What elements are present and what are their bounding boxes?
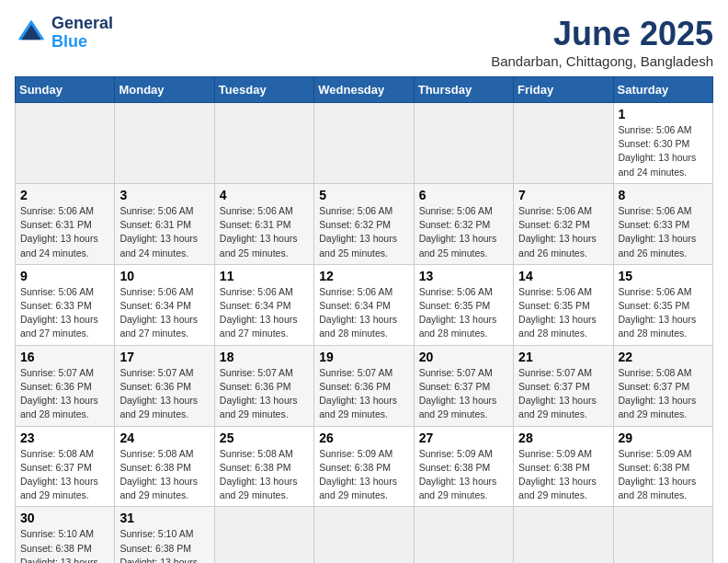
day-number: 2 bbox=[20, 188, 109, 202]
day-number: 26 bbox=[319, 431, 408, 445]
calendar-subtitle: Bandarban, Chittagong, Bangladesh bbox=[491, 53, 713, 69]
logo: General Blue bbox=[15, 15, 113, 52]
day-info: Sunrise: 5:06 AM Sunset: 6:34 PM Dayligh… bbox=[119, 285, 209, 341]
day-number: 15 bbox=[619, 269, 708, 283]
day-info: Sunrise: 5:10 AM Sunset: 6:38 PM Dayligh… bbox=[20, 527, 109, 563]
header-monday: Monday bbox=[115, 77, 214, 103]
day-number: 10 bbox=[119, 269, 209, 283]
day-info: Sunrise: 5:06 AM Sunset: 6:33 PM Dayligh… bbox=[20, 285, 109, 341]
day-number: 30 bbox=[20, 511, 109, 525]
logo-text-line1: General bbox=[51, 15, 113, 33]
day-number: 20 bbox=[419, 350, 508, 364]
table-row bbox=[214, 507, 313, 563]
table-row: 22Sunrise: 5:08 AM Sunset: 6:37 PM Dayli… bbox=[613, 345, 712, 426]
day-info: Sunrise: 5:06 AM Sunset: 6:34 PM Dayligh… bbox=[319, 285, 408, 341]
table-row bbox=[514, 507, 613, 563]
day-number: 31 bbox=[119, 511, 209, 525]
day-info: Sunrise: 5:09 AM Sunset: 6:38 PM Dayligh… bbox=[619, 447, 708, 503]
day-info: Sunrise: 5:09 AM Sunset: 6:38 PM Dayligh… bbox=[419, 447, 508, 503]
day-number: 21 bbox=[518, 350, 608, 364]
day-info: Sunrise: 5:06 AM Sunset: 6:32 PM Dayligh… bbox=[419, 204, 508, 260]
day-info: Sunrise: 5:06 AM Sunset: 6:35 PM Dayligh… bbox=[619, 285, 708, 341]
table-row: 11Sunrise: 5:06 AM Sunset: 6:34 PM Dayli… bbox=[214, 264, 313, 345]
day-number: 8 bbox=[619, 188, 708, 202]
table-row: 21Sunrise: 5:07 AM Sunset: 6:37 PM Dayli… bbox=[514, 345, 613, 426]
day-number: 3 bbox=[119, 188, 209, 202]
day-number: 24 bbox=[119, 431, 209, 445]
table-row bbox=[314, 103, 414, 184]
table-row: 8Sunrise: 5:06 AM Sunset: 6:33 PM Daylig… bbox=[613, 183, 712, 264]
table-row bbox=[314, 507, 414, 563]
day-number: 5 bbox=[319, 188, 408, 202]
day-info: Sunrise: 5:08 AM Sunset: 6:37 PM Dayligh… bbox=[619, 366, 708, 422]
title-area: June 2025 Bandarban, Chittagong, Banglad… bbox=[491, 15, 713, 69]
day-info: Sunrise: 5:06 AM Sunset: 6:31 PM Dayligh… bbox=[20, 204, 109, 260]
table-row: 7Sunrise: 5:06 AM Sunset: 6:32 PM Daylig… bbox=[514, 183, 613, 264]
days-header-row: Sunday Monday Tuesday Wednesday Thursday… bbox=[16, 77, 713, 103]
table-row: 6Sunrise: 5:06 AM Sunset: 6:32 PM Daylig… bbox=[414, 183, 513, 264]
day-number: 17 bbox=[119, 350, 209, 364]
table-row: 19Sunrise: 5:07 AM Sunset: 6:36 PM Dayli… bbox=[314, 345, 414, 426]
table-row: 1Sunrise: 5:06 AM Sunset: 6:30 PM Daylig… bbox=[613, 103, 712, 184]
day-info: Sunrise: 5:06 AM Sunset: 6:31 PM Dayligh… bbox=[220, 204, 309, 260]
day-info: Sunrise: 5:09 AM Sunset: 6:38 PM Dayligh… bbox=[319, 447, 408, 503]
calendar-week-row: 23Sunrise: 5:08 AM Sunset: 6:37 PM Dayli… bbox=[16, 426, 713, 507]
table-row: 16Sunrise: 5:07 AM Sunset: 6:36 PM Dayli… bbox=[16, 345, 115, 426]
calendar-week-row: 2Sunrise: 5:06 AM Sunset: 6:31 PM Daylig… bbox=[16, 183, 713, 264]
table-row: 24Sunrise: 5:08 AM Sunset: 6:38 PM Dayli… bbox=[115, 426, 214, 507]
table-row: 5Sunrise: 5:06 AM Sunset: 6:32 PM Daylig… bbox=[314, 183, 414, 264]
calendar-week-row: 16Sunrise: 5:07 AM Sunset: 6:36 PM Dayli… bbox=[16, 345, 713, 426]
calendar-title: June 2025 bbox=[491, 15, 713, 53]
day-number: 7 bbox=[518, 188, 608, 202]
day-info: Sunrise: 5:10 AM Sunset: 6:38 PM Dayligh… bbox=[119, 527, 209, 563]
table-row bbox=[414, 103, 513, 184]
day-info: Sunrise: 5:06 AM Sunset: 6:30 PM Dayligh… bbox=[619, 123, 708, 179]
header-wednesday: Wednesday bbox=[314, 77, 414, 103]
day-info: Sunrise: 5:06 AM Sunset: 6:35 PM Dayligh… bbox=[518, 285, 608, 341]
day-info: Sunrise: 5:06 AM Sunset: 6:34 PM Dayligh… bbox=[220, 285, 309, 341]
table-row: 17Sunrise: 5:07 AM Sunset: 6:36 PM Dayli… bbox=[115, 345, 214, 426]
day-number: 9 bbox=[20, 269, 109, 283]
day-number: 18 bbox=[220, 350, 309, 364]
table-row: 27Sunrise: 5:09 AM Sunset: 6:38 PM Dayli… bbox=[414, 426, 513, 507]
logo-icon bbox=[15, 17, 48, 50]
day-info: Sunrise: 5:06 AM Sunset: 6:32 PM Dayligh… bbox=[518, 204, 608, 260]
table-row: 4Sunrise: 5:06 AM Sunset: 6:31 PM Daylig… bbox=[214, 183, 313, 264]
calendar-week-row: 1Sunrise: 5:06 AM Sunset: 6:30 PM Daylig… bbox=[16, 103, 713, 184]
day-number: 27 bbox=[419, 431, 508, 445]
header-friday: Friday bbox=[514, 77, 613, 103]
header-tuesday: Tuesday bbox=[214, 77, 313, 103]
table-row bbox=[414, 507, 513, 563]
table-row: 30Sunrise: 5:10 AM Sunset: 6:38 PM Dayli… bbox=[16, 507, 115, 563]
table-row: 13Sunrise: 5:06 AM Sunset: 6:35 PM Dayli… bbox=[414, 264, 513, 345]
table-row: 20Sunrise: 5:07 AM Sunset: 6:37 PM Dayli… bbox=[414, 345, 513, 426]
day-number: 23 bbox=[20, 431, 109, 445]
table-row: 26Sunrise: 5:09 AM Sunset: 6:38 PM Dayli… bbox=[314, 426, 414, 507]
day-info: Sunrise: 5:07 AM Sunset: 6:37 PM Dayligh… bbox=[518, 366, 608, 422]
day-info: Sunrise: 5:06 AM Sunset: 6:31 PM Dayligh… bbox=[119, 204, 209, 260]
day-number: 22 bbox=[619, 350, 708, 364]
table-row bbox=[514, 103, 613, 184]
table-row bbox=[16, 103, 115, 184]
day-number: 6 bbox=[419, 188, 508, 202]
header-sunday: Sunday bbox=[16, 77, 115, 103]
calendar-table: Sunday Monday Tuesday Wednesday Thursday… bbox=[15, 76, 713, 563]
day-info: Sunrise: 5:08 AM Sunset: 6:38 PM Dayligh… bbox=[119, 447, 209, 503]
day-number: 28 bbox=[518, 431, 608, 445]
day-info: Sunrise: 5:07 AM Sunset: 6:36 PM Dayligh… bbox=[319, 366, 408, 422]
table-row: 12Sunrise: 5:06 AM Sunset: 6:34 PM Dayli… bbox=[314, 264, 414, 345]
calendar-week-row: 9Sunrise: 5:06 AM Sunset: 6:33 PM Daylig… bbox=[16, 264, 713, 345]
table-row bbox=[613, 507, 712, 563]
day-number: 1 bbox=[619, 107, 708, 121]
table-row bbox=[214, 103, 313, 184]
day-number: 29 bbox=[619, 431, 708, 445]
day-number: 19 bbox=[319, 350, 408, 364]
table-row: 15Sunrise: 5:06 AM Sunset: 6:35 PM Dayli… bbox=[613, 264, 712, 345]
day-info: Sunrise: 5:08 AM Sunset: 6:38 PM Dayligh… bbox=[220, 447, 309, 503]
day-number: 13 bbox=[419, 269, 508, 283]
day-info: Sunrise: 5:06 AM Sunset: 6:32 PM Dayligh… bbox=[319, 204, 408, 260]
day-info: Sunrise: 5:08 AM Sunset: 6:37 PM Dayligh… bbox=[20, 447, 109, 503]
header-saturday: Saturday bbox=[613, 77, 712, 103]
table-row: 9Sunrise: 5:06 AM Sunset: 6:33 PM Daylig… bbox=[16, 264, 115, 345]
logo-text-line2: Blue bbox=[51, 33, 113, 52]
